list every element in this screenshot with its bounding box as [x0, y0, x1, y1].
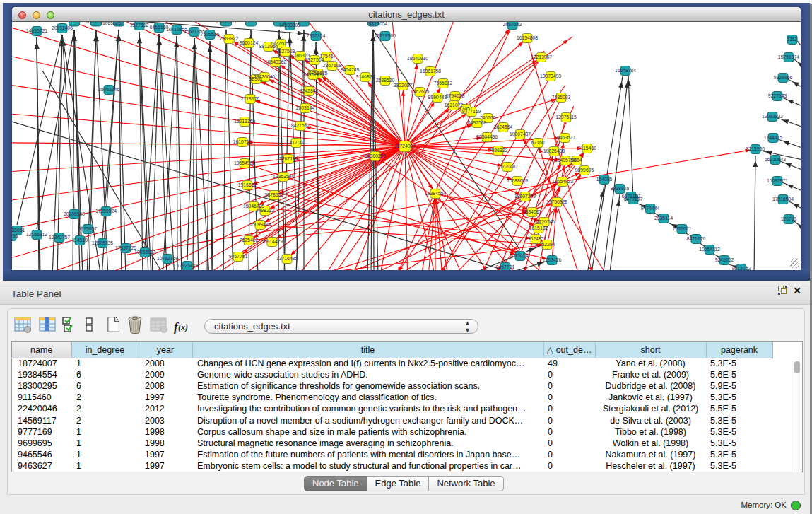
svg-text:17546: 17546	[320, 54, 334, 59]
svg-text:9329966: 9329966	[774, 75, 793, 80]
svg-text:1244415: 1244415	[764, 135, 783, 140]
svg-text:7663822: 7663822	[220, 36, 239, 41]
svg-text:835061: 835061	[12, 228, 25, 233]
svg-text:9899695: 9899695	[575, 168, 594, 173]
svg-text:15692971: 15692971	[767, 178, 788, 183]
svg-text:19218506: 19218506	[375, 33, 396, 38]
svg-text:20691406: 20691406	[52, 25, 73, 30]
svg-text:39193: 39193	[12, 233, 18, 238]
svg-text:1112: 1112	[787, 37, 797, 42]
svg-text:9115460: 9115460	[578, 146, 596, 151]
svg-text:15099485: 15099485	[249, 222, 271, 227]
svg-text:10958117: 10958117	[134, 250, 155, 255]
svg-text:9227343: 9227343	[768, 93, 787, 98]
svg-text:14136141: 14136141	[510, 253, 531, 258]
svg-text:12213967: 12213967	[531, 54, 552, 59]
svg-text:13716485: 13716485	[276, 256, 298, 261]
svg-text:3624554: 3624554	[494, 124, 513, 129]
svg-text:2588520: 2588520	[376, 78, 395, 83]
svg-text:10973493: 10973493	[540, 74, 561, 78]
svg-text:114519: 114519	[72, 238, 88, 243]
svg-text:16648784: 16648784	[615, 68, 636, 73]
svg-text:126753: 126753	[781, 216, 797, 221]
svg-text:7632621: 7632621	[673, 226, 692, 231]
svg-text:8471676: 8471676	[687, 236, 706, 241]
svg-text:2718170: 2718170	[241, 96, 260, 101]
svg-text:25053346: 25053346	[98, 87, 119, 92]
svg-text:16210643: 16210643	[765, 157, 786, 162]
svg-text:9474444: 9474444	[641, 206, 660, 211]
svg-text:6497568: 6497568	[468, 120, 487, 125]
svg-text:7625402: 7625402	[240, 238, 259, 243]
svg-text:18640910: 18640910	[407, 56, 428, 61]
svg-text:18300295: 18300295	[365, 153, 386, 158]
svg-text:5878352: 5878352	[265, 192, 284, 197]
svg-text:4498222: 4498222	[256, 208, 275, 213]
svg-text:8938928: 8938928	[611, 186, 630, 191]
svg-text:6875685: 6875685	[304, 72, 323, 77]
svg-text:8990448: 8990448	[428, 95, 447, 100]
svg-text:9975857: 9975857	[78, 226, 98, 231]
svg-text:14055721: 14055721	[26, 28, 47, 33]
svg-text:19654923: 19654923	[552, 179, 573, 184]
svg-text:2935114: 2935114	[654, 216, 673, 221]
svg-text:13226058: 13226058	[270, 41, 291, 46]
svg-text:9245052: 9245052	[715, 257, 734, 262]
svg-text:12342757: 12342757	[49, 235, 70, 240]
svg-text:3267110: 3267110	[279, 156, 298, 161]
svg-text:3822037: 3822037	[394, 83, 413, 88]
svg-text:20364436: 20364436	[476, 134, 498, 139]
svg-text:252294: 252294	[539, 242, 555, 247]
svg-text:1362615: 1362615	[411, 89, 430, 94]
svg-text:8454749: 8454749	[341, 67, 360, 72]
svg-text:18807249: 18807249	[514, 194, 536, 199]
svg-text:12505135: 12505135	[92, 240, 113, 245]
svg-text:6794028: 6794028	[446, 93, 465, 98]
svg-text:8427552: 8427552	[291, 123, 310, 128]
svg-text:10782759: 10782759	[157, 256, 178, 261]
svg-text:6679197: 6679197	[622, 194, 641, 199]
svg-text:17016504: 17016504	[772, 197, 794, 201]
svg-text:9884: 9884	[571, 158, 582, 163]
svg-text:12213369: 12213369	[234, 119, 255, 124]
svg-text:9242848: 9242848	[300, 88, 319, 93]
svg-text:17357225: 17357225	[115, 245, 136, 250]
svg-text:13524851: 13524851	[525, 236, 546, 241]
svg-text:1916682: 1916682	[238, 182, 257, 187]
svg-text:10025438: 10025438	[543, 148, 565, 153]
svg-text:15720407: 15720407	[497, 164, 518, 169]
svg-text:1963?317: 1963?317	[216, 22, 237, 24]
svg-text:12975115: 12975115	[555, 115, 577, 119]
svg-text:9777169: 9777169	[462, 109, 481, 114]
svg-text:7515526: 7515526	[201, 32, 220, 37]
svg-text:1733426: 1733426	[543, 257, 562, 262]
svg-text:12923448: 12923448	[177, 263, 198, 268]
svg-text:10120746: 10120746	[534, 219, 555, 224]
svg-text:18637370: 18637370	[86, 22, 107, 24]
svg-text:98961: 98961	[249, 76, 263, 81]
svg-text:164095: 164095	[596, 177, 613, 182]
svg-text:12093832: 12093832	[762, 114, 783, 119]
svg-text:10688609: 10688609	[507, 178, 528, 183]
svg-text:19756928: 19756928	[546, 199, 567, 204]
svg-text:19384554: 19384554	[425, 191, 446, 196]
svg-text:41700: 41700	[290, 140, 303, 145]
svg-text:746266: 746266	[480, 115, 496, 120]
svg-text:8215955: 8215955	[746, 146, 765, 151]
svg-text:9213052: 9213052	[732, 266, 751, 270]
svg-text:16033809: 16033809	[279, 23, 300, 28]
svg-text:17359924: 17359924	[95, 209, 117, 214]
svg-text:10807487: 10807487	[510, 132, 531, 136]
svg-text:2803144: 2803144	[296, 105, 315, 110]
svg-text:9146821: 9146821	[356, 74, 375, 79]
svg-text:18463627: 18463627	[554, 135, 575, 140]
svg-text:7955812: 7955812	[434, 81, 453, 86]
svg-text:7485003: 7485003	[552, 95, 571, 100]
svg-text:2367608: 2367608	[323, 63, 342, 68]
svg-text:7357224: 7357224	[307, 33, 326, 38]
svg-text:1615132: 1615132	[529, 226, 548, 230]
svg-text:16914479: 16914479	[261, 239, 283, 244]
svg-text:8813054: 8813054	[369, 22, 388, 26]
svg-text:7986322: 7986322	[489, 148, 508, 153]
svg-text:16961758: 16961758	[420, 69, 441, 74]
